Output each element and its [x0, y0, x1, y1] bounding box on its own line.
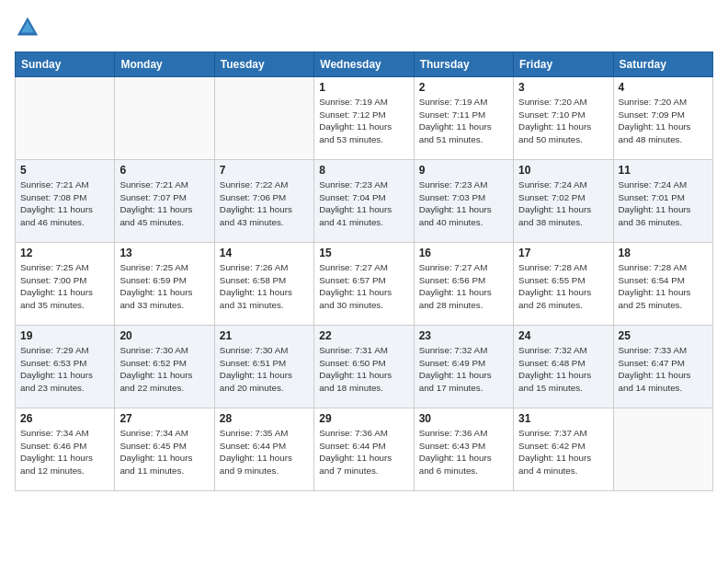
- day-number: 15: [319, 247, 408, 259]
- calendar-cell: [16, 77, 115, 160]
- day-info: Sunrise: 7:21 AM Sunset: 7:08 PM Dayligh…: [20, 178, 109, 229]
- calendar-cell: 31Sunrise: 7:37 AM Sunset: 6:42 PM Dayli…: [514, 408, 613, 491]
- header-friday: Friday: [514, 52, 613, 77]
- day-number: 4: [619, 81, 708, 94]
- calendar-cell: 12Sunrise: 7:25 AM Sunset: 7:00 PM Dayli…: [16, 243, 115, 326]
- calendar-week-row: 1Sunrise: 7:19 AM Sunset: 7:12 PM Daylig…: [16, 77, 713, 160]
- calendar-cell: 1Sunrise: 7:19 AM Sunset: 7:12 PM Daylig…: [314, 77, 414, 160]
- logo: [15, 15, 44, 40]
- day-number: 3: [518, 81, 608, 94]
- day-info: Sunrise: 7:24 AM Sunset: 7:01 PM Dayligh…: [619, 178, 708, 229]
- header-tuesday: Tuesday: [214, 52, 313, 77]
- day-info: Sunrise: 7:29 AM Sunset: 6:53 PM Dayligh…: [20, 344, 109, 395]
- calendar-week-row: 19Sunrise: 7:29 AM Sunset: 6:53 PM Dayli…: [16, 326, 713, 408]
- day-info: Sunrise: 7:23 AM Sunset: 7:04 PM Dayligh…: [319, 178, 408, 229]
- day-number: 18: [619, 247, 708, 259]
- day-number: 16: [419, 247, 508, 259]
- day-number: 7: [220, 164, 309, 177]
- day-info: Sunrise: 7:34 AM Sunset: 6:46 PM Dayligh…: [20, 427, 109, 477]
- header-wednesday: Wednesday: [314, 52, 414, 77]
- day-number: 9: [419, 164, 508, 177]
- calendar-cell: 2Sunrise: 7:19 AM Sunset: 7:11 PM Daylig…: [414, 77, 513, 160]
- calendar-cell: 20Sunrise: 7:30 AM Sunset: 6:52 PM Dayli…: [115, 326, 214, 408]
- day-info: Sunrise: 7:22 AM Sunset: 7:06 PM Dayligh…: [220, 178, 309, 229]
- calendar-cell: [115, 77, 214, 160]
- day-number: 14: [220, 247, 309, 259]
- day-info: Sunrise: 7:28 AM Sunset: 6:54 PM Dayligh…: [619, 261, 708, 312]
- day-info: Sunrise: 7:32 AM Sunset: 6:49 PM Dayligh…: [419, 344, 508, 395]
- day-info: Sunrise: 7:25 AM Sunset: 6:59 PM Dayligh…: [119, 261, 209, 312]
- day-info: Sunrise: 7:35 AM Sunset: 6:44 PM Dayligh…: [220, 427, 309, 477]
- day-info: Sunrise: 7:25 AM Sunset: 7:00 PM Dayligh…: [20, 261, 109, 312]
- day-number: 5: [20, 164, 109, 177]
- day-info: Sunrise: 7:28 AM Sunset: 6:55 PM Dayligh…: [518, 261, 608, 312]
- calendar-cell: 11Sunrise: 7:24 AM Sunset: 7:01 PM Dayli…: [613, 160, 712, 243]
- calendar-cell: 25Sunrise: 7:33 AM Sunset: 6:47 PM Dayli…: [613, 326, 712, 408]
- day-number: 8: [319, 164, 408, 177]
- day-info: Sunrise: 7:34 AM Sunset: 6:45 PM Dayligh…: [119, 427, 209, 477]
- day-info: Sunrise: 7:36 AM Sunset: 6:44 PM Dayligh…: [319, 427, 408, 477]
- day-info: Sunrise: 7:33 AM Sunset: 6:47 PM Dayligh…: [619, 344, 708, 395]
- calendar-cell: 27Sunrise: 7:34 AM Sunset: 6:45 PM Dayli…: [115, 408, 214, 491]
- calendar-cell: 24Sunrise: 7:32 AM Sunset: 6:48 PM Dayli…: [514, 326, 613, 408]
- calendar-week-row: 12Sunrise: 7:25 AM Sunset: 7:00 PM Dayli…: [16, 243, 713, 326]
- day-number: 21: [220, 329, 309, 342]
- day-number: 17: [518, 247, 608, 259]
- calendar-cell: 23Sunrise: 7:32 AM Sunset: 6:49 PM Dayli…: [414, 326, 513, 408]
- calendar-cell: 26Sunrise: 7:34 AM Sunset: 6:46 PM Dayli…: [16, 408, 115, 491]
- day-number: 27: [119, 412, 209, 425]
- day-info: Sunrise: 7:30 AM Sunset: 6:51 PM Dayligh…: [220, 344, 309, 395]
- calendar-cell: 3Sunrise: 7:20 AM Sunset: 7:10 PM Daylig…: [514, 77, 613, 160]
- day-info: Sunrise: 7:30 AM Sunset: 6:52 PM Dayligh…: [119, 344, 209, 395]
- calendar-cell: 17Sunrise: 7:28 AM Sunset: 6:55 PM Dayli…: [514, 243, 613, 326]
- day-info: Sunrise: 7:27 AM Sunset: 6:57 PM Dayligh…: [319, 261, 408, 312]
- calendar-cell: [214, 77, 313, 160]
- logo-icon: [15, 15, 40, 40]
- calendar-cell: 22Sunrise: 7:31 AM Sunset: 6:50 PM Dayli…: [314, 326, 414, 408]
- day-number: 29: [319, 412, 408, 425]
- calendar-cell: [613, 408, 712, 491]
- day-number: 22: [319, 329, 408, 342]
- calendar-cell: 14Sunrise: 7:26 AM Sunset: 6:58 PM Dayli…: [214, 243, 313, 326]
- day-number: 30: [419, 412, 508, 425]
- calendar-cell: 19Sunrise: 7:29 AM Sunset: 6:53 PM Dayli…: [16, 326, 115, 408]
- day-number: 10: [518, 164, 608, 177]
- header-saturday: Saturday: [613, 52, 712, 77]
- day-info: Sunrise: 7:27 AM Sunset: 6:56 PM Dayligh…: [419, 261, 508, 312]
- calendar-cell: 4Sunrise: 7:20 AM Sunset: 7:09 PM Daylig…: [613, 77, 712, 160]
- day-number: 13: [119, 247, 209, 259]
- header-sunday: Sunday: [16, 52, 115, 77]
- day-number: 11: [619, 164, 708, 177]
- day-info: Sunrise: 7:36 AM Sunset: 6:43 PM Dayligh…: [419, 427, 508, 477]
- page-header: [15, 15, 713, 40]
- calendar-cell: 9Sunrise: 7:23 AM Sunset: 7:03 PM Daylig…: [414, 160, 513, 243]
- day-number: 1: [319, 81, 408, 94]
- day-info: Sunrise: 7:20 AM Sunset: 7:10 PM Dayligh…: [518, 96, 608, 146]
- calendar-cell: 6Sunrise: 7:21 AM Sunset: 7:07 PM Daylig…: [115, 160, 214, 243]
- calendar-cell: 28Sunrise: 7:35 AM Sunset: 6:44 PM Dayli…: [214, 408, 313, 491]
- day-number: 31: [518, 412, 608, 425]
- day-number: 20: [119, 329, 209, 342]
- calendar-cell: 15Sunrise: 7:27 AM Sunset: 6:57 PM Dayli…: [314, 243, 414, 326]
- calendar-cell: 7Sunrise: 7:22 AM Sunset: 7:06 PM Daylig…: [214, 160, 313, 243]
- day-number: 28: [220, 412, 309, 425]
- day-number: 24: [518, 329, 608, 342]
- calendar-cell: 29Sunrise: 7:36 AM Sunset: 6:44 PM Dayli…: [314, 408, 414, 491]
- header-monday: Monday: [115, 52, 214, 77]
- calendar-cell: 8Sunrise: 7:23 AM Sunset: 7:04 PM Daylig…: [314, 160, 414, 243]
- calendar-week-row: 5Sunrise: 7:21 AM Sunset: 7:08 PM Daylig…: [16, 160, 713, 243]
- day-info: Sunrise: 7:19 AM Sunset: 7:11 PM Dayligh…: [419, 96, 508, 146]
- day-info: Sunrise: 7:37 AM Sunset: 6:42 PM Dayligh…: [518, 427, 608, 477]
- calendar-table: SundayMondayTuesdayWednesdayThursdayFrid…: [15, 52, 713, 491]
- calendar-cell: 13Sunrise: 7:25 AM Sunset: 6:59 PM Dayli…: [115, 243, 214, 326]
- day-number: 19: [20, 329, 109, 342]
- day-number: 25: [619, 329, 708, 342]
- header-thursday: Thursday: [414, 52, 513, 77]
- day-number: 23: [419, 329, 508, 342]
- calendar-cell: 30Sunrise: 7:36 AM Sunset: 6:43 PM Dayli…: [414, 408, 513, 491]
- day-number: 2: [419, 81, 508, 94]
- calendar-week-row: 26Sunrise: 7:34 AM Sunset: 6:46 PM Dayli…: [16, 408, 713, 491]
- day-number: 6: [119, 164, 209, 177]
- day-info: Sunrise: 7:24 AM Sunset: 7:02 PM Dayligh…: [518, 178, 608, 229]
- calendar-cell: 5Sunrise: 7:21 AM Sunset: 7:08 PM Daylig…: [16, 160, 115, 243]
